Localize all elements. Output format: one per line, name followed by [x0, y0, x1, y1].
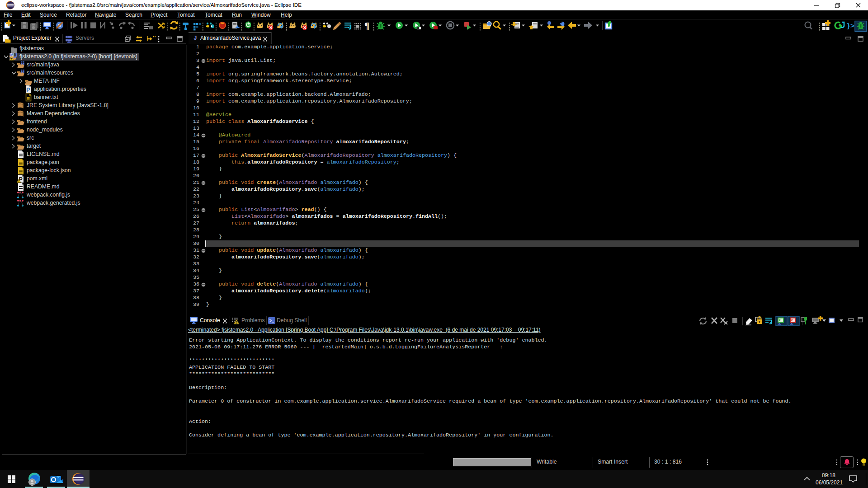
svg-text:}>: }> — [846, 23, 854, 30]
svg-text:¶: ¶ — [364, 20, 369, 31]
